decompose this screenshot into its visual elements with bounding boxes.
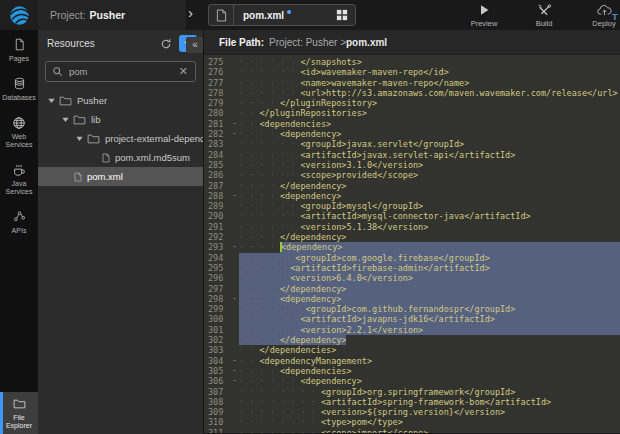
- tree-item-pom-xml-md5sum[interactable]: pom.xml.md5sum: [38, 148, 203, 167]
- code-line-303[interactable]: 303· · </dependencies>: [204, 345, 620, 355]
- code-line-279[interactable]: 279· · · · </pluginRepository>: [204, 98, 620, 108]
- sidebar-item-apis[interactable]: APIs: [0, 202, 38, 241]
- code-line-288[interactable]: 288-· · · · <dependency>: [204, 191, 620, 201]
- sidebar-item-databases[interactable]: Databases: [0, 69, 38, 108]
- line-number[interactable]: 287: [204, 181, 232, 191]
- code-line-277[interactable]: 277· · · · · · <name>wavemaker-maven-rep…: [204, 78, 620, 88]
- code-line-290[interactable]: 290· · · · · · <artifactId>mysql-connect…: [204, 211, 620, 221]
- line-number[interactable]: 283: [204, 139, 232, 149]
- line-number[interactable]: 302: [204, 335, 232, 345]
- grid-view-icon[interactable]: [336, 9, 348, 21]
- expand-caret-icon[interactable]: [48, 97, 55, 104]
- code-line-311[interactable]: 311· · · · · · · · <scope>import</scope>: [204, 428, 620, 433]
- code-line-281[interactable]: 281-· · <dependencies>: [204, 119, 620, 129]
- tree-item-pom-xml[interactable]: pom.xml: [38, 167, 203, 186]
- code-line-295[interactable]: 295· · · · · <artifactId>firebase-admin<…: [204, 263, 620, 273]
- line-number[interactable]: 291: [204, 222, 232, 232]
- fold-marker-icon[interactable]: -: [232, 119, 239, 129]
- code-line-275[interactable]: 275· · · · · · </snapshots>: [204, 57, 620, 67]
- line-number[interactable]: 282: [204, 129, 232, 139]
- code-line-276[interactable]: 276· · · · · · <id>wavemaker-maven-repo<…: [204, 67, 620, 77]
- tree-item-pusher[interactable]: Pusher: [38, 91, 203, 110]
- line-number[interactable]: 284: [204, 150, 232, 160]
- line-number[interactable]: 299: [204, 304, 232, 314]
- clear-search-icon[interactable]: ✕: [178, 65, 189, 78]
- line-number[interactable]: 281: [204, 119, 232, 129]
- line-number[interactable]: 275: [204, 57, 232, 67]
- code-line-282[interactable]: 282-· · · · <dependency>: [204, 129, 620, 139]
- code-line-286[interactable]: 286· · · · · · <scope>provided</scope>: [204, 170, 620, 180]
- line-number[interactable]: 296: [204, 273, 232, 283]
- line-number[interactable]: 292: [204, 232, 232, 242]
- code-line-297[interactable]: 297· · · · </dependency>: [204, 284, 620, 294]
- fold-marker-icon[interactable]: -: [232, 129, 239, 139]
- line-number[interactable]: 305: [204, 366, 232, 376]
- code-editor[interactable]: 275· · · · · · </snapshots>276· · · · · …: [204, 55, 620, 433]
- code-line-291[interactable]: 291· · · · · · <version>5.1.38</version>: [204, 222, 620, 232]
- preview-button[interactable]: Preview: [462, 3, 506, 28]
- code-line-307[interactable]: 307· · · · · · · · <groupId>org.springfr…: [204, 387, 620, 397]
- code-line-310[interactable]: 310· · · · · · · · <type>pom</type>: [204, 417, 620, 427]
- line-number[interactable]: 290: [204, 211, 232, 221]
- line-number[interactable]: 293: [204, 242, 232, 252]
- code-line-280[interactable]: 280· · </pluginRepositories>: [204, 108, 620, 118]
- line-number[interactable]: 303: [204, 345, 232, 355]
- tree-item-lib[interactable]: lib: [38, 110, 203, 129]
- fold-marker-icon[interactable]: -: [232, 294, 239, 304]
- line-number[interactable]: 295: [204, 263, 232, 273]
- refresh-icon[interactable]: [160, 38, 172, 50]
- line-number[interactable]: 279: [204, 98, 232, 108]
- sidebar-item-java-services[interactable]: Java Services: [0, 155, 38, 202]
- code-line-289[interactable]: 289· · · · · · <groupId>mysql</groupId>: [204, 201, 620, 211]
- line-number[interactable]: 285: [204, 160, 232, 170]
- collapse-panel-button[interactable]: «: [186, 37, 204, 53]
- line-number[interactable]: 310: [204, 417, 232, 427]
- code-line-296[interactable]: 296· · · · · <version>6.4.0</version>: [204, 273, 620, 283]
- line-number[interactable]: 288: [204, 191, 232, 201]
- line-number[interactable]: 298: [204, 294, 232, 304]
- code-line-293[interactable]: 293-· · · · <dependency>: [204, 242, 620, 252]
- wavemaker-logo[interactable]: [0, 0, 38, 30]
- tree-item-project-external-dependencies[interactable]: project-external-dependencies: [38, 129, 203, 148]
- line-number[interactable]: 286: [204, 170, 232, 180]
- line-number[interactable]: 280: [204, 108, 232, 118]
- code-line-283[interactable]: 283· · · · · · <groupId>javax.servlet</g…: [204, 139, 620, 149]
- line-number[interactable]: 297: [204, 284, 232, 294]
- line-number[interactable]: 294: [204, 253, 232, 263]
- code-line-300[interactable]: 300· · · · · · <artifactId>javapns-jdk16…: [204, 314, 620, 324]
- code-line-294[interactable]: 294· · · · · ·<groupId>com.google.fireba…: [204, 253, 620, 263]
- code-line-308[interactable]: 308· · · · · · · · <artifactId>spring-fr…: [204, 397, 620, 407]
- code-line-278[interactable]: 278· · · · · · <url>http://s3.amazonaws.…: [204, 88, 620, 98]
- fold-marker-icon[interactable]: -: [232, 242, 239, 252]
- code-line-305[interactable]: 305-· · · · <dependencies>: [204, 366, 620, 376]
- code-line-302[interactable]: 302· · · · </dependency>: [204, 335, 620, 345]
- line-number[interactable]: 306: [204, 376, 232, 386]
- code-line-298[interactable]: 298-· · · · <dependency>: [204, 294, 620, 304]
- sidebar-item-web-services[interactable]: Web Services: [0, 108, 38, 155]
- code-line-309[interactable]: 309· · · · · · · · <version>${spring.ver…: [204, 407, 620, 417]
- line-number[interactable]: 304: [204, 356, 232, 366]
- fold-marker-icon[interactable]: -: [232, 366, 239, 376]
- project-name-bar[interactable]: Project: Pusher: [38, 0, 186, 30]
- code-line-285[interactable]: 285· · · · · · <version>3.1.0</version>: [204, 160, 620, 170]
- line-number[interactable]: 309: [204, 407, 232, 417]
- code-line-287[interactable]: 287· · · · </dependency>: [204, 181, 620, 191]
- code-line-301[interactable]: 301· · · · · · <version>2.2.1</version>: [204, 325, 620, 335]
- code-line-284[interactable]: 284· · · · · · <artifactId>javax.servlet…: [204, 150, 620, 160]
- line-number[interactable]: 307: [204, 387, 232, 397]
- fold-marker-icon[interactable]: -: [232, 356, 239, 366]
- open-file-tab[interactable]: pom.xml: [208, 4, 356, 26]
- sidebar-item-pages[interactable]: Pages: [0, 30, 38, 69]
- line-number[interactable]: 301: [204, 325, 232, 335]
- code-line-306[interactable]: 306-· · · · · · <dependency>: [204, 376, 620, 386]
- search-input[interactable]: [67, 65, 178, 78]
- line-number[interactable]: 277: [204, 78, 232, 88]
- line-number[interactable]: 289: [204, 201, 232, 211]
- line-number[interactable]: 278: [204, 88, 232, 98]
- line-number[interactable]: 311: [204, 428, 232, 433]
- expand-caret-icon[interactable]: [76, 135, 83, 142]
- line-number[interactable]: 308: [204, 397, 232, 407]
- build-button[interactable]: Build: [522, 3, 566, 28]
- expand-caret-icon[interactable]: [62, 116, 69, 123]
- fold-marker-icon[interactable]: -: [232, 376, 239, 386]
